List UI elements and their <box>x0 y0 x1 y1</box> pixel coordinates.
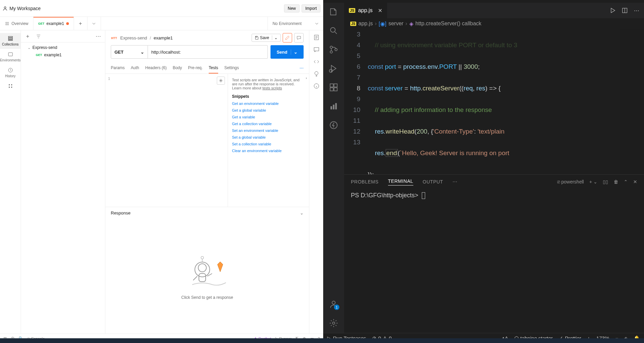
editor-breadcrumb[interactable]: JS app.js › [◉] server › ◈ http.createSe… <box>344 18 644 29</box>
snippet-link[interactable]: Get an environment variable <box>232 102 305 106</box>
cookies-button[interactable]: ⋯ <box>300 66 304 70</box>
request-breadcrumb: HTTP Express-send / example1 Save ⌄ <box>105 30 309 45</box>
url-input[interactable]: http://localhost: <box>148 45 268 59</box>
code-editor[interactable]: 345678910111213 // using environment var… <box>344 29 644 174</box>
subtab-prereq[interactable]: Pre-req. <box>188 63 203 74</box>
new-button[interactable]: New <box>284 4 300 12</box>
breadcrumb-request[interactable]: example1 <box>154 35 173 40</box>
save-button[interactable]: Save ⌄ <box>252 34 281 42</box>
maximize-panel-icon[interactable]: ⌃ <box>624 179 628 184</box>
nav-environments[interactable]: Environments <box>0 49 21 65</box>
svg-rect-31 <box>330 88 333 91</box>
activity-bar <box>323 3 344 333</box>
filter-button[interactable] <box>34 32 43 40</box>
settings-icon[interactable] <box>329 318 339 328</box>
help-link[interactable]: tests scripts <box>262 86 282 90</box>
docs-icon[interactable] <box>313 34 319 40</box>
workspace-selector[interactable]: My Workspace <box>3 6 41 11</box>
line-number: 1 <box>108 77 110 81</box>
explorer-icon[interactable] <box>329 7 339 17</box>
account-icon[interactable] <box>329 299 339 309</box>
breadcrumb-collection[interactable]: Express-send <box>120 35 147 40</box>
info-icon[interactable] <box>313 83 319 89</box>
source-control-icon[interactable] <box>329 45 339 55</box>
close-icon[interactable]: ✕ <box>378 7 382 14</box>
snippet-link[interactable]: Set a global variable <box>232 135 305 139</box>
svg-point-24 <box>331 28 335 32</box>
extensions-icon[interactable] <box>329 82 339 92</box>
snippet-link[interactable]: Get a collection variable <box>232 122 305 126</box>
kill-terminal-icon[interactable]: 🗑 <box>614 179 618 184</box>
terminal[interactable]: PS D:\GFG\http-objects> <box>344 189 644 333</box>
split-icon[interactable] <box>622 7 628 13</box>
more-icon[interactable]: ⋯ <box>634 7 639 14</box>
tab-options[interactable] <box>87 17 101 30</box>
tab-request-example1[interactable]: GET example1 <box>33 17 74 30</box>
panel-tab-terminal[interactable]: TERMINAL <box>388 178 413 185</box>
edit-button[interactable] <box>283 33 292 42</box>
graph-icon[interactable] <box>329 101 339 111</box>
svg-rect-5 <box>8 36 12 37</box>
tab-add[interactable]: + <box>74 17 87 30</box>
more-button[interactable]: ⋯ <box>94 32 102 40</box>
close-panel-icon[interactable]: ✕ <box>633 179 637 184</box>
main-panel: HTTP Express-send / example1 Save ⌄ GET <box>105 30 309 334</box>
add-button[interactable]: + <box>24 32 32 40</box>
collection-item[interactable]: ⌄ Express-send <box>21 44 105 51</box>
subtab-body[interactable]: Body <box>173 63 182 74</box>
windows-taskbar[interactable] <box>0 338 644 343</box>
subtab-tests[interactable]: Tests <box>209 63 218 74</box>
panel-tab-problems[interactable]: PROBLEMS <box>351 179 379 184</box>
svg-rect-21 <box>314 48 319 51</box>
search-icon[interactable] <box>329 26 339 36</box>
sidebar-toolbar: + ⋯ <box>21 30 105 42</box>
thunder-icon[interactable] <box>329 120 339 130</box>
svg-point-37 <box>332 301 335 304</box>
svg-rect-11 <box>11 84 12 85</box>
nav-more[interactable] <box>0 81 21 91</box>
subtab-settings[interactable]: Settings <box>224 63 239 74</box>
snippet-link[interactable]: Set an environment variable <box>232 128 305 133</box>
shell-selector[interactable]: ⎚ powershell <box>557 179 584 184</box>
svg-point-0 <box>4 6 6 8</box>
svg-rect-34 <box>333 105 335 109</box>
comment-button[interactable] <box>294 33 304 42</box>
script-editor[interactable]: 1 <box>105 74 228 207</box>
import-button[interactable]: Import <box>302 4 320 12</box>
bulb-icon[interactable] <box>313 71 319 77</box>
debug-icon[interactable] <box>329 63 339 74</box>
code-icon[interactable] <box>313 59 319 65</box>
snippet-link[interactable]: Get a variable <box>232 115 305 119</box>
svg-rect-32 <box>334 88 337 91</box>
svg-rect-8 <box>8 53 12 56</box>
grid-icon <box>8 83 13 89</box>
ai-helper-button[interactable] <box>217 77 225 85</box>
snippet-link[interactable]: Set a collection variable <box>232 142 305 146</box>
panel-tab-output[interactable]: OUTPUT <box>423 179 443 184</box>
snippet-link[interactable]: Clear an environment variable <box>232 149 305 153</box>
snippet-link[interactable]: Get a global variable <box>232 108 305 112</box>
svg-rect-6 <box>8 38 12 39</box>
tab-overview[interactable]: Overview <box>0 17 33 30</box>
request-item[interactable]: GET example1 <box>21 51 105 59</box>
subtab-headers[interactable]: Headers (6) <box>145 63 166 74</box>
nav-collections[interactable]: Collections <box>0 33 21 49</box>
minimap[interactable] <box>620 29 644 174</box>
tab-appjs[interactable]: JS app.js ✕ <box>344 3 387 18</box>
new-terminal-icon[interactable]: + ⌄ <box>589 179 597 184</box>
chevron-down-icon: ⌄ <box>28 46 30 50</box>
environment-selector[interactable]: No Environment <box>267 17 323 30</box>
collapse-arrow-icon[interactable]: › <box>306 76 307 80</box>
panel-tabs: PROBLEMS TERMINAL OUTPUT ⋯ ⎚ powershell … <box>344 175 644 189</box>
panel-more-icon[interactable]: ⋯ <box>453 179 457 184</box>
method-select[interactable]: GET ⌄ <box>111 45 148 59</box>
split-terminal-icon[interactable]: ▯▯ <box>603 179 608 184</box>
svg-point-26 <box>330 51 333 53</box>
nav-history[interactable]: History <box>0 65 21 81</box>
subtab-params[interactable]: Params <box>111 63 125 74</box>
run-icon[interactable] <box>610 7 616 13</box>
send-button[interactable]: Send ⌄ <box>271 45 304 59</box>
comment-icon[interactable] <box>313 47 319 53</box>
response-header[interactable]: Response ⌄ <box>105 207 309 219</box>
subtab-auth[interactable]: Auth <box>131 63 139 74</box>
